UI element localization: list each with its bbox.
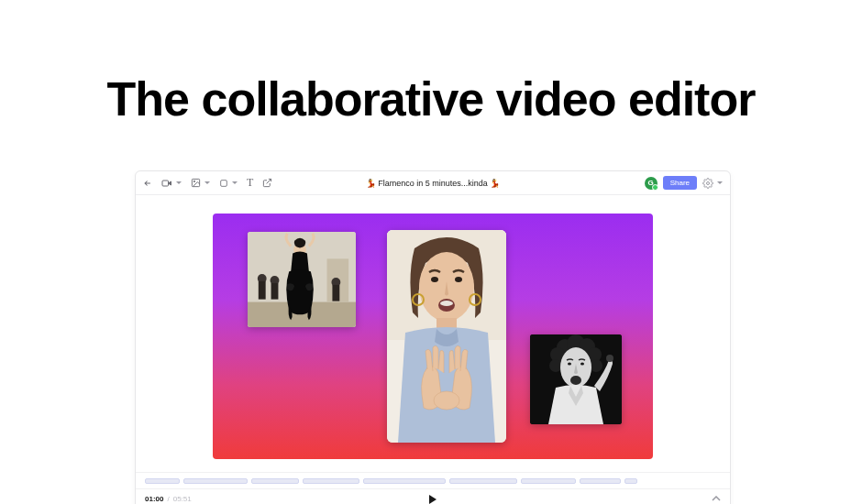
project-title-text: Flamenco in 5 minutes...kinda (378, 179, 488, 188)
svg-rect-11 (271, 283, 279, 300)
timeline-segment[interactable] (183, 478, 248, 484)
svg-point-38 (606, 355, 613, 362)
timeline-segment[interactable] (521, 478, 576, 484)
svg-point-37 (570, 376, 581, 385)
image-menu[interactable] (191, 178, 210, 188)
external-link-icon (262, 178, 272, 188)
collapse-button[interactable] (712, 495, 721, 503)
toolbar: T 💃 Flamenco in 5 minutes...kinda 💃 G Sh… (136, 171, 730, 195)
dancer-emoji-icon: 💃 (366, 179, 376, 188)
timeline-segment[interactable] (145, 478, 180, 484)
canvas-area (136, 195, 730, 472)
svg-rect-9 (259, 281, 266, 300)
svg-point-32 (549, 359, 562, 372)
timeline-segment[interactable] (251, 478, 299, 484)
svg-point-25 (434, 391, 459, 410)
playbar: 01:00 / 05:51 (136, 488, 730, 504)
time-separator: / (167, 495, 169, 503)
clip-singer[interactable] (530, 334, 622, 424)
avatar-initial: G (648, 179, 654, 187)
editor-window: T 💃 Flamenco in 5 minutes...kinda 💃 G Sh… (135, 170, 731, 504)
chevron-down-icon (204, 181, 210, 184)
svg-point-2 (193, 181, 194, 181)
timeline[interactable] (136, 472, 730, 488)
user-avatar[interactable]: G (645, 177, 658, 190)
svg-rect-13 (332, 285, 339, 301)
svg-point-4 (707, 181, 710, 184)
arrow-left-icon (143, 179, 152, 188)
svg-point-18 (431, 277, 438, 282)
play-button[interactable] (429, 495, 437, 504)
dancer-emoji-icon: 💃 (490, 179, 500, 188)
text-icon: T (247, 176, 253, 190)
svg-rect-0 (162, 181, 169, 186)
video-canvas[interactable] (213, 214, 653, 459)
settings-menu[interactable] (702, 178, 723, 189)
svg-point-33 (590, 359, 602, 372)
total-time: 05:51 (173, 495, 192, 503)
external-button[interactable] (262, 178, 272, 188)
current-time: 01:00 (145, 495, 163, 503)
svg-rect-3 (221, 180, 227, 186)
gear-icon (702, 178, 713, 189)
timeline-segment[interactable] (363, 478, 446, 484)
video-icon (161, 179, 172, 188)
svg-point-19 (455, 277, 462, 282)
timecode: 01:00 / 05:51 (145, 495, 192, 503)
image-icon (191, 178, 201, 188)
svg-point-21 (440, 301, 453, 306)
timeline-segment[interactable] (449, 478, 517, 484)
timeline-segment[interactable] (303, 478, 359, 484)
play-icon (429, 495, 437, 504)
shape-menu[interactable] (219, 179, 238, 188)
svg-point-35 (568, 363, 571, 366)
timeline-segment[interactable] (624, 478, 637, 484)
clip-dancer[interactable] (248, 232, 356, 327)
chevron-down-icon (176, 181, 182, 184)
chevron-down-icon (232, 181, 238, 184)
record-menu[interactable] (161, 179, 182, 188)
square-icon (219, 179, 228, 188)
chevron-up-icon (712, 496, 721, 501)
share-button[interactable]: Share (663, 176, 697, 190)
svg-point-36 (580, 363, 584, 366)
text-button[interactable]: T (247, 176, 253, 190)
clip-presenter[interactable] (387, 230, 506, 443)
back-button[interactable] (143, 179, 152, 188)
chevron-down-icon (717, 181, 723, 184)
timeline-segment[interactable] (580, 478, 621, 484)
page-headline: The collaborative video editor (0, 71, 862, 126)
project-title[interactable]: 💃 Flamenco in 5 minutes...kinda 💃 (366, 179, 500, 188)
